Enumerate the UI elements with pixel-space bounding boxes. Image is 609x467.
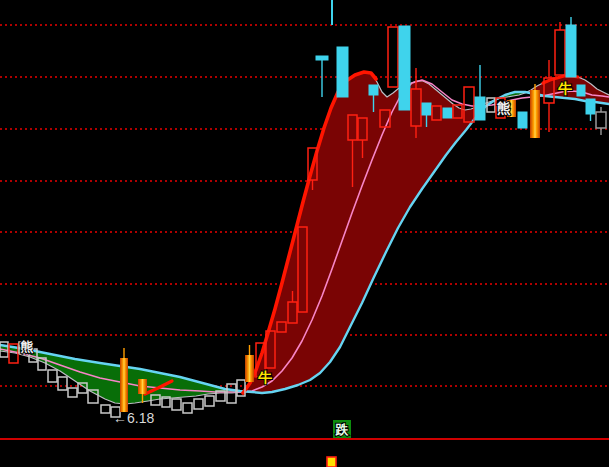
sub-pane-mini-candle [327,457,336,467]
candle-body-cyan [337,47,348,97]
candle-body-orange [138,379,147,394]
candle-body-orange [530,90,540,138]
candle-body-cyan [422,103,431,115]
candle-body-cyan [518,112,527,128]
bear-marker-left: 熊 [21,339,34,354]
candle-body-orange [245,355,254,382]
candle-body-orange [120,358,128,412]
candle-body-cyan [475,97,485,120]
candle-body-cyan [566,25,576,77]
candlestick-chart: 熊熊牛牛←6.18跌 [0,0,609,467]
stock-chart-panel[interactable]: 熊熊牛牛←6.18跌 [0,0,609,467]
fall-marker: 跌 [335,422,349,437]
candle-body-cyan [316,56,328,60]
candle-body-cyan [577,85,585,96]
bull-marker-right: 牛 [558,80,572,96]
candle-body-cyan [586,99,595,114]
candle-body-cyan [399,26,410,110]
candle-body-cyan [369,85,378,95]
price-annotation: ←6.18 [113,410,154,426]
bear-marker-right: 熊 [497,100,511,116]
candle-body-cyan [443,108,452,118]
bull-marker-center: 牛 [258,369,272,385]
